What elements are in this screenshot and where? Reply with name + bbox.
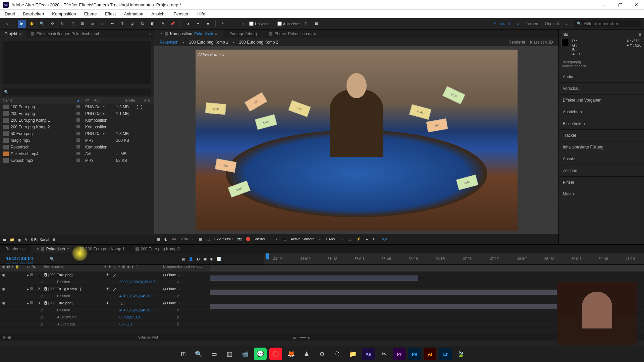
- ellipse-tool[interactable]: ○: [98, 20, 106, 28]
- effects-settings-tab[interactable]: Effekteinstellungen Pokertisch.mp4: [26, 29, 104, 38]
- playhead[interactable]: [266, 253, 269, 259]
- view-axis-icon[interactable]: ⬘: [204, 20, 212, 28]
- col-art[interactable]: Art: [94, 98, 125, 102]
- mask-icon[interactable]: ◐: [164, 237, 168, 241]
- layer-property[interactable]: ⊙ X-Drehung 0 x -6,0 ° ⊘: [0, 321, 644, 328]
- help-search-input[interactable]: [584, 21, 639, 26]
- taskbar-app2[interactable]: 🍃: [454, 348, 467, 360]
- camera-tool[interactable]: ⬚: [68, 20, 76, 28]
- taskbar-illustrator[interactable]: Ai: [424, 348, 436, 360]
- eraser-tool[interactable]: ◧: [149, 20, 157, 28]
- universal-checkbox[interactable]: [249, 21, 254, 26]
- taskbar-search[interactable]: 🔍: [192, 348, 205, 360]
- alpha-icon[interactable]: ▦: [157, 237, 160, 241]
- toggle-icon[interactable]: ⊞: [3, 336, 5, 339]
- menu-ansicht[interactable]: Ansicht: [148, 10, 169, 18]
- tl-comp-icon[interactable]: ▦: [182, 257, 185, 261]
- reset-icon[interactable]: ↻: [373, 237, 376, 241]
- taskbar-lightroom[interactable]: Lr: [439, 348, 452, 360]
- menu-datei[interactable]: Datei: [1, 10, 18, 18]
- chevron-left-icon[interactable]: ‹: [183, 40, 184, 45]
- channel-icon[interactable]: 🔴: [246, 237, 251, 241]
- close-button[interactable]: ✕: [631, 2, 641, 7]
- taskbar-firefox[interactable]: 🦊: [285, 348, 298, 360]
- taskbar-whatsapp[interactable]: 💬: [254, 348, 267, 360]
- search-icon[interactable]: 🔍: [50, 257, 54, 261]
- panel-menu-icon[interactable]: ≡: [639, 32, 641, 37]
- layer-row[interactable]: ◉ ▸ 3 🖼 [200 Euro.png] ✦⬚ ⊘ Ohne ⌄: [0, 300, 644, 307]
- ausrichten-checkbox[interactable]: [277, 21, 282, 26]
- timeline-tab-2[interactable]: 200 Euro.png Komp 1: [75, 245, 130, 253]
- 3d-icon[interactable]: ▲: [365, 237, 369, 241]
- local-axis-icon[interactable]: ⬗: [184, 20, 192, 28]
- orbit-tool[interactable]: ⟲: [48, 20, 56, 28]
- res-icon[interactable]: ▦: [199, 237, 202, 241]
- frame-icon[interactable]: ▣: [8, 336, 11, 339]
- layer-row[interactable]: ◉ ▸ 2 🖼 [200 Eu...g Komp 1] ✦／ ⊘ Ohne ⌄: [0, 286, 644, 293]
- col-label-icon[interactable]: 🏷: [85, 98, 94, 102]
- pen-tool[interactable]: ✒: [108, 20, 116, 28]
- menu-animation[interactable]: Animation: [120, 10, 147, 18]
- col-name[interactable]: Name: [3, 98, 76, 102]
- workspace-original[interactable]: Original: [545, 21, 559, 26]
- tl-frame-icon[interactable]: ▣: [203, 257, 207, 261]
- tl-graph-icon[interactable]: 📊: [217, 257, 221, 261]
- brush-tool[interactable]: 🖌: [128, 20, 137, 28]
- project-search[interactable]: 🔍: [3, 88, 151, 96]
- rect-tool[interactable]: ▭: [88, 20, 96, 28]
- box-icon[interactable]: ▫: [239, 20, 247, 28]
- col-fps[interactable]: Fre: [144, 98, 150, 102]
- brace-icon[interactable]: {}: [5, 336, 8, 339]
- menu-bearbeiten[interactable]: Bearbeiten: [19, 10, 47, 18]
- arrow-icon[interactable]: ↖: [219, 20, 227, 28]
- taskbar-taskview[interactable]: ▭: [208, 348, 220, 360]
- puppet-tool[interactable]: 📌: [169, 20, 177, 28]
- zoom-dropdown[interactable]: 25%: [180, 237, 188, 241]
- help-search[interactable]: 🔍: [574, 20, 641, 27]
- comp-icon[interactable]: ▣: [18, 238, 21, 242]
- panel-ausrichten[interactable]: Ausrichten: [559, 106, 644, 118]
- flow-comp2[interactable]: 200 Euro.png Komp 2: [239, 40, 278, 45]
- tl-shy-icon[interactable]: 👤: [189, 257, 193, 261]
- interpret-icon[interactable]: 🖿: [3, 238, 6, 242]
- exposure[interactable]: +0,0: [380, 237, 387, 241]
- minimize-button[interactable]: —: [599, 2, 609, 7]
- panel-bibliotheken[interactable]: Bibliotheken: [559, 118, 644, 130]
- menu-ebene[interactable]: Ebene: [81, 10, 100, 18]
- footage-tab[interactable]: Footage (ohne): [223, 29, 263, 38]
- taskbar-explorer[interactable]: 📁: [346, 348, 359, 360]
- taskbar-photoshop[interactable]: Ps: [408, 348, 421, 360]
- project-item[interactable]: 200 Euro.png Komp 1Komposition: [0, 117, 154, 124]
- panel-effekte[interactable]: Effekte und Vorgaben: [559, 95, 644, 106]
- renderer-dropdown[interactable]: Klassisch 3D: [530, 40, 553, 45]
- resolution-dropdown[interactable]: Viertel: [255, 237, 265, 241]
- tab-overflow-icon[interactable]: »: [149, 32, 154, 36]
- menu-effekt[interactable]: Effekt: [101, 10, 119, 18]
- roto-tool[interactable]: ✎: [159, 20, 167, 28]
- adjust-icon[interactable]: ✎: [24, 238, 28, 242]
- snap-grid-icon[interactable]: ⊞: [313, 20, 321, 28]
- camera-dropdown[interactable]: Aktive Kamera: [290, 237, 315, 241]
- views-dropdown[interactable]: 1 Ans...: [326, 237, 338, 241]
- panel-absatz[interactable]: Absatz: [559, 153, 644, 165]
- layer-tab[interactable]: Ebene Pokertisch.mp4: [263, 29, 322, 38]
- type-tool[interactable]: T: [118, 20, 126, 28]
- taskbar-widgets[interactable]: ▥: [223, 348, 236, 360]
- panel-vorschau[interactable]: Vorschau: [559, 83, 644, 95]
- panel-audio[interactable]: Audio: [559, 71, 644, 83]
- grid-icon[interactable]: ⊞: [283, 237, 286, 241]
- project-item[interactable]: 200 Euro.png Komp 2Komposition: [0, 124, 154, 130]
- fast-icon[interactable]: ⚡: [356, 237, 361, 241]
- project-item[interactable]: 100 Euro.pngPNG-Datei1,3 MB⋮⋮: [0, 104, 154, 110]
- clone-tool[interactable]: ⧉: [139, 20, 147, 28]
- transparency-icon[interactable]: ⬚: [206, 237, 210, 241]
- comp-tab[interactable]: × Komposition Pokertisch ≡: [154, 29, 223, 38]
- viewer-canvas[interactable]: Aktive Kamera €100 €200 €50 €50 €100 €20…: [154, 46, 558, 234]
- home-icon[interactable]: ⌂: [3, 20, 11, 28]
- folder-icon[interactable]: 📁: [10, 238, 14, 242]
- chevron-left-icon[interactable]: ‹: [233, 40, 234, 45]
- bit-depth[interactable]: 8-Bit-Kanal: [31, 238, 49, 242]
- project-item[interactable]: 200 Euro.pngPNG-Datei1,1 MB: [0, 110, 154, 117]
- taskbar-premiere[interactable]: Pr: [393, 348, 406, 360]
- flow-active[interactable]: Pokertisch: [160, 40, 178, 45]
